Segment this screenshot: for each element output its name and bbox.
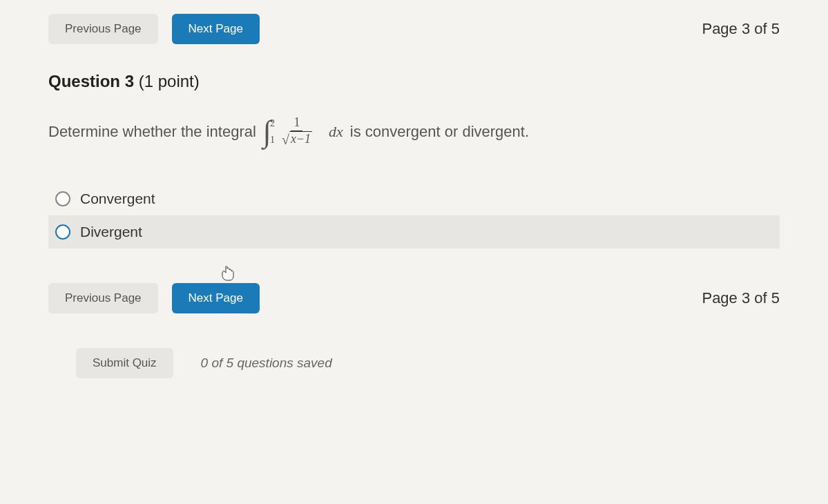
option-divergent[interactable]: Divergent [48,215,780,249]
question-number: Question 3 [48,72,134,90]
page-indicator-top: Page 3 of 5 [702,20,780,38]
nav-buttons-top: Previous Page Next Page [48,14,260,44]
submit-row: Submit Quiz 0 of 5 questions saved [48,348,780,378]
option-label: Divergent [80,224,142,240]
question-header: Question 3 (1 point) [48,72,780,91]
saved-status: 0 of 5 questions saved [201,356,332,371]
prompt-before: Determine whether the integral [48,123,256,141]
bottom-nav: Previous Page Next Page Page 3 of 5 [48,283,780,313]
cursor-hand-icon [221,266,235,284]
next-page-button-bottom[interactable]: Next Page [172,283,260,313]
question-points: (1 point) [139,72,200,90]
fraction-denominator: √ x−1 [279,131,315,148]
next-page-button[interactable]: Next Page [172,14,260,44]
prompt-after: is convergent or divergent. [350,123,529,141]
nav-buttons-bottom: Previous Page Next Page [48,283,260,313]
page-indicator-bottom: Page 3 of 5 [702,289,780,307]
answer-options: Convergent Divergent [48,182,780,249]
question-prompt: Determine whether the integral ∫ 2 1 1 √… [48,115,780,148]
radio-icon[interactable] [55,191,70,206]
sqrt-icon: √ [282,131,289,148]
fraction-numerator: 1 [291,115,302,131]
submit-quiz-button[interactable]: Submit Quiz [76,348,173,378]
fraction: 1 √ x−1 [279,115,315,148]
top-nav: Previous Page Next Page Page 3 of 5 [48,14,780,44]
option-label: Convergent [80,191,155,207]
sqrt-argument: x−1 [289,131,312,147]
radio-icon[interactable] [55,224,70,240]
integral-sign-icon: ∫ [263,117,271,147]
previous-page-button-bottom[interactable]: Previous Page [48,283,158,313]
dx-label: dx [329,123,343,141]
integral-expression: ∫ 2 1 1 √ x−1 [263,115,319,148]
previous-page-button[interactable]: Previous Page [48,14,158,44]
sqrt: √ x−1 [282,131,312,148]
option-convergent[interactable]: Convergent [48,182,780,215]
